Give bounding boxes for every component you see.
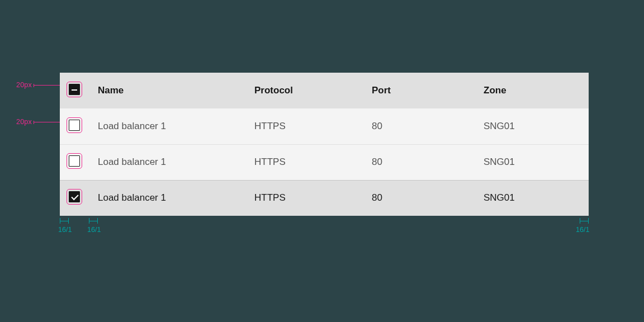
cell-name: Load balancer 1 [89,180,245,216]
row-checkbox[interactable] [69,191,80,202]
spec-bracket-right [580,218,589,224]
cell-zone: SNG01 [475,144,589,180]
spec-connector-header [34,85,64,86]
col-zone[interactable]: Zone [475,73,589,108]
table-row[interactable]: Load balancer 1 HTTPS 80 SNG01 [60,180,589,216]
cell-zone: SNG01 [475,108,589,144]
spec-bracket-left [60,218,69,224]
cell-name: Load balancer 1 [89,108,245,144]
spec-connector-row [34,122,64,122]
cell-protocol: HTTPS [245,180,363,216]
cell-port: 80 [363,180,475,216]
spec-label-checkbox-row: 20px [16,118,32,126]
table-row[interactable]: Load balancer 1 HTTPS 80 SNG01 [60,108,589,144]
cell-name: Load balancer 1 [89,144,245,180]
cell-protocol: HTTPS [245,108,363,144]
spec-label-checkbox-header: 20px [16,81,32,89]
spec-label-pad-left: 16/1 [58,226,72,234]
col-name[interactable]: Name [89,73,245,108]
select-all-checkbox[interactable] [69,84,80,95]
col-protocol[interactable]: Protocol [245,73,363,108]
cell-port: 80 [363,144,475,180]
spec-bracket-mid [89,218,98,224]
row-checkbox[interactable] [69,120,80,131]
cell-port: 80 [363,108,475,144]
cell-zone: SNG01 [475,180,589,216]
data-table: Name Protocol Port Zone Load balancer 1 … [60,73,589,216]
col-port[interactable]: Port [363,73,475,108]
cell-protocol: HTTPS [245,144,363,180]
row-checkbox[interactable] [69,155,80,167]
table-row[interactable]: Load balancer 1 HTTPS 80 SNG01 [60,144,589,180]
table-header-row: Name Protocol Port Zone [60,73,589,108]
spec-label-pad-mid: 16/1 [87,226,101,234]
spec-label-pad-right: 16/1 [576,226,589,234]
